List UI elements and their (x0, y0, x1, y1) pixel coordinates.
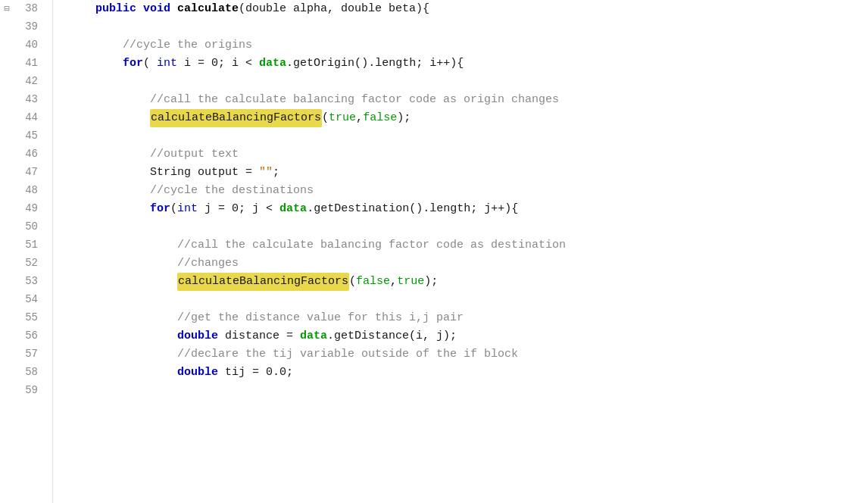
code-token: //cycle the destinations (150, 182, 314, 199)
line-number: 56 (14, 328, 45, 345)
gutter-row: 49 (0, 200, 52, 218)
gutter-row: 55 (0, 309, 52, 327)
code-token (68, 55, 123, 72)
code-token: ); (397, 109, 411, 127)
line-number: 42 (14, 73, 45, 90)
code-token: for (123, 55, 143, 72)
code-token (68, 200, 150, 217)
code-token: //changes (177, 255, 239, 272)
code-line: //changes (68, 255, 868, 273)
line-number: 46 (14, 146, 45, 163)
gutter-row: 44 (0, 109, 52, 127)
code-token: double (177, 364, 218, 381)
code-token (68, 309, 177, 326)
code-editor: ⊟383940414243444546474849505152535455565… (0, 0, 868, 503)
line-number: 47 (14, 164, 45, 181)
code-line: calculateBalancingFactors(true,false); (68, 109, 868, 127)
code-token (68, 364, 177, 381)
line-number: 50 (14, 219, 45, 236)
code-line (68, 73, 868, 91)
gutter-row: 46 (0, 145, 52, 164)
code-token: .getDestination().length; j++){ (307, 200, 518, 217)
code-token: for (150, 200, 170, 217)
gutter-row: 41 (0, 55, 52, 73)
code-token (68, 327, 177, 345)
code-token: ; (273, 164, 279, 181)
code-line: //get the distance value for this i,j pa… (68, 309, 868, 327)
code-line (68, 291, 868, 309)
code-token: true (397, 273, 424, 290)
gutter-row: 56 (0, 327, 52, 345)
line-number: 43 (14, 92, 45, 108)
line-number: 57 (14, 346, 45, 363)
code-area: public void calculate(double alpha, doub… (53, 0, 868, 503)
code-line (68, 127, 868, 145)
code-line: String output = ""; (68, 164, 868, 182)
gutter-row: 58 (0, 364, 52, 382)
code-token: int (177, 200, 198, 217)
line-number: 51 (14, 237, 45, 254)
code-token: //output text (150, 145, 239, 163)
code-token: , (390, 273, 397, 290)
code-line: //output text (68, 145, 868, 164)
code-line: for(int j = 0; j < data.getDestination()… (68, 200, 868, 218)
gutter-row: 54 (0, 291, 52, 309)
gutter-row: 40 (0, 36, 52, 55)
code-line (68, 218, 868, 236)
gutter-row: 50 (0, 218, 52, 236)
code-token: //cycle the origins (123, 36, 252, 54)
code-line (68, 18, 868, 36)
code-line: for( int i = 0; i < data.getOrigin().len… (68, 55, 868, 73)
gutter-row: 45 (0, 127, 52, 145)
code-token: false (363, 109, 397, 127)
line-number: 39 (14, 19, 45, 36)
gutter-row: 48 (0, 182, 52, 200)
line-number: 59 (14, 383, 45, 399)
line-number: 48 (14, 183, 45, 199)
code-token: (double alpha, double beta){ (239, 0, 429, 17)
gutter-row: 47 (0, 164, 52, 182)
code-line: //call the calculate balancing factor co… (68, 236, 868, 255)
highlighted-method: calculateBalancingFactors (177, 273, 349, 290)
code-token (68, 255, 177, 272)
code-token: j = 0; j < (198, 200, 279, 217)
code-token: //declare the tij variable outside of th… (177, 345, 518, 363)
code-token: tij = 0.0; (218, 364, 293, 381)
code-token: ); (424, 273, 438, 290)
code-token: true (329, 109, 356, 127)
code-token: distance = (218, 327, 300, 345)
gutter-row: ⊟38 (0, 0, 52, 18)
line-number: 38 (14, 1, 45, 17)
line-number: 52 (14, 255, 45, 272)
line-number: 41 (14, 55, 45, 72)
code-line (68, 382, 868, 400)
fold-indicator[interactable]: ⊟ (0, 2, 14, 17)
code-line: //cycle the origins (68, 36, 868, 55)
gutter-row: 53 (0, 273, 52, 291)
code-token: .getDistance(i, j); (327, 327, 457, 345)
code-token (68, 109, 150, 127)
code-line: calculateBalancingFactors(false,true); (68, 273, 868, 291)
code-token: //call the calculate balancing factor co… (150, 91, 559, 108)
line-number: 45 (14, 128, 45, 145)
line-number: 58 (14, 364, 45, 381)
line-number: 53 (14, 273, 45, 290)
code-token (68, 36, 123, 54)
code-token: //call the calculate balancing factor co… (177, 236, 566, 254)
code-line: //cycle the destinations (68, 182, 868, 200)
code-token: ( (143, 55, 157, 72)
code-line: double tij = 0.0; (68, 364, 868, 382)
code-token: ( (349, 273, 356, 290)
code-token: data (259, 55, 286, 72)
line-number: 55 (14, 310, 45, 326)
code-token: public void (68, 0, 177, 17)
code-line: double distance = data.getDistance(i, j)… (68, 327, 868, 345)
code-token: , (356, 109, 363, 127)
code-token: String output = (68, 164, 259, 181)
gutter-row: 52 (0, 255, 52, 273)
code-token (68, 91, 150, 108)
code-line: //declare the tij variable outside of th… (68, 345, 868, 364)
code-token: "" (259, 164, 273, 181)
gutter-row: 42 (0, 73, 52, 91)
code-token (68, 145, 150, 163)
